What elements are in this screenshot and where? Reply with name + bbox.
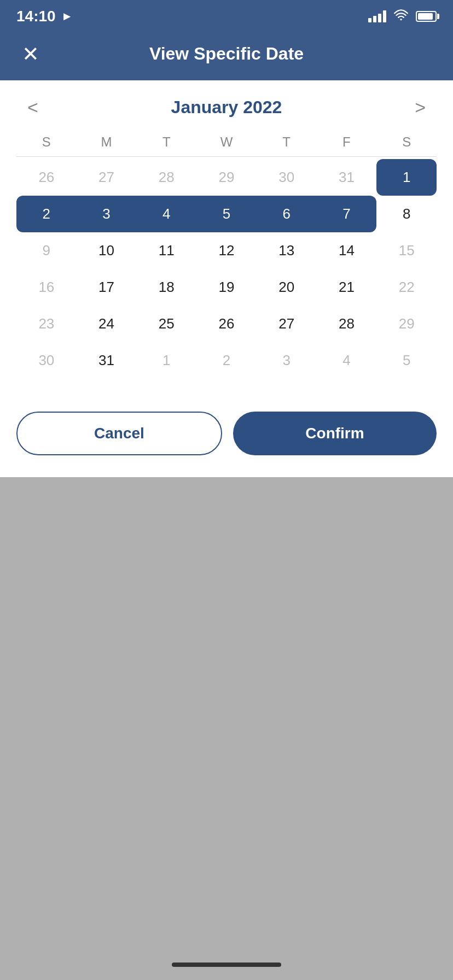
prev-month-button[interactable]: < xyxy=(22,97,44,118)
day-header-sat: S xyxy=(376,134,437,150)
cancel-button[interactable]: Cancel xyxy=(16,412,222,455)
calendar-day[interactable]: 29 xyxy=(196,159,257,196)
calendar-day[interactable]: 30 xyxy=(16,342,77,379)
calendar-day[interactable]: 10 xyxy=(77,232,137,269)
calendar-day-7[interactable]: 7 xyxy=(317,196,377,232)
calendar-day[interactable]: 2 xyxy=(196,342,257,379)
calendar-day[interactable]: 15 xyxy=(376,232,437,269)
calendar-day[interactable]: 1 xyxy=(136,342,196,379)
calendar-day-3[interactable]: 3 xyxy=(77,196,137,232)
location-icon: ► xyxy=(61,9,73,24)
calendar-day[interactable]: 18 xyxy=(136,269,196,306)
calendar-week-2: 2 3 4 5 6 7 8 xyxy=(16,196,437,232)
calendar-day[interactable]: 24 xyxy=(77,306,137,342)
header: ✕ View Specific Date xyxy=(0,33,453,80)
calendar-day[interactable]: 13 xyxy=(257,232,317,269)
calendar-day[interactable]: 20 xyxy=(257,269,317,306)
calendar-day[interactable]: 14 xyxy=(317,232,377,269)
time-display: 14:10 xyxy=(16,8,56,25)
calendar-day[interactable]: 26 xyxy=(196,306,257,342)
home-indicator xyxy=(172,963,281,967)
calendar-day[interactable]: 27 xyxy=(77,159,137,196)
calendar-day[interactable]: 30 xyxy=(257,159,317,196)
calendar-day[interactable]: 29 xyxy=(376,306,437,342)
calendar-week-5: 23 24 25 26 27 28 29 xyxy=(16,306,437,342)
calendar-day[interactable]: 17 xyxy=(77,269,137,306)
background-overlay xyxy=(0,477,453,980)
calendar-day-1[interactable]: 1 xyxy=(376,159,437,196)
status-icons xyxy=(368,9,437,24)
calendar-day[interactable]: 22 xyxy=(376,269,437,306)
next-month-button[interactable]: > xyxy=(409,97,431,118)
calendar-day[interactable]: 21 xyxy=(317,269,377,306)
day-header-tue: T xyxy=(136,134,196,150)
calendar-day[interactable]: 26 xyxy=(16,159,77,196)
calendar-container: < January 2022 > S M T W T F S 26 27 28 … xyxy=(0,80,453,401)
signal-icon xyxy=(368,10,386,22)
calendar-week-6: 30 31 1 2 3 4 5 xyxy=(16,342,437,379)
action-buttons: Cancel Confirm xyxy=(0,401,453,477)
calendar-day[interactable]: 28 xyxy=(317,306,377,342)
calendar-day[interactable]: 5 xyxy=(376,342,437,379)
status-time-container: 14:10 ► xyxy=(16,8,73,25)
calendar-week-4: 16 17 18 19 20 21 22 xyxy=(16,269,437,306)
calendar-day-4[interactable]: 4 xyxy=(136,196,196,232)
month-label: January 2022 xyxy=(171,97,282,118)
calendar-day[interactable]: 27 xyxy=(257,306,317,342)
calendar-week-3: 9 10 11 12 13 14 15 xyxy=(16,232,437,269)
calendar-week-1: 26 27 28 29 30 31 1 xyxy=(16,159,437,196)
calendar-day[interactable]: 11 xyxy=(136,232,196,269)
calendar-day[interactable]: 31 xyxy=(317,159,377,196)
day-header-wed: W xyxy=(196,134,257,150)
day-header-mon: M xyxy=(77,134,137,150)
wifi-icon xyxy=(394,9,408,24)
battery-icon xyxy=(416,11,437,22)
day-header-thu: T xyxy=(257,134,317,150)
day-headers: S M T W T F S xyxy=(16,134,437,157)
calendar-day-6[interactable]: 6 xyxy=(257,196,317,232)
calendar-day-8[interactable]: 8 xyxy=(376,196,437,232)
close-button[interactable]: ✕ xyxy=(22,44,39,64)
calendar-day[interactable]: 12 xyxy=(196,232,257,269)
calendar-weeks: 26 27 28 29 30 31 1 2 3 4 5 6 7 8 xyxy=(16,159,437,379)
confirm-button[interactable]: Confirm xyxy=(233,412,437,455)
month-navigation: < January 2022 > xyxy=(16,97,437,118)
calendar-day[interactable]: 25 xyxy=(136,306,196,342)
svg-point-0 xyxy=(400,19,402,20)
header-title: View Specific Date xyxy=(149,44,304,64)
calendar-day[interactable]: 31 xyxy=(77,342,137,379)
calendar-day[interactable]: 9 xyxy=(16,232,77,269)
calendar-day[interactable]: 3 xyxy=(257,342,317,379)
calendar-day[interactable]: 19 xyxy=(196,269,257,306)
calendar-day[interactable]: 16 xyxy=(16,269,77,306)
calendar-day[interactable]: 23 xyxy=(16,306,77,342)
calendar-day-2[interactable]: 2 xyxy=(16,196,77,232)
calendar-day[interactable]: 4 xyxy=(317,342,377,379)
calendar-day-5[interactable]: 5 xyxy=(196,196,257,232)
status-bar: 14:10 ► xyxy=(0,0,453,33)
calendar-day[interactable]: 28 xyxy=(136,159,196,196)
day-header-sun: S xyxy=(16,134,77,150)
calendar-grid: S M T W T F S 26 27 28 29 30 31 1 2 xyxy=(16,134,437,379)
day-header-fri: F xyxy=(317,134,377,150)
